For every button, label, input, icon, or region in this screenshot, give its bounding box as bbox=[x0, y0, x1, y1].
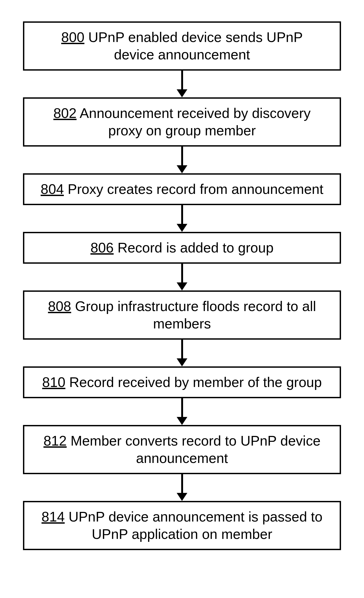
step-number: 802 bbox=[53, 105, 77, 121]
step-number: 810 bbox=[42, 374, 65, 390]
step-number: 800 bbox=[61, 29, 84, 45]
step-text: Announcement received by discovery proxy… bbox=[80, 105, 311, 138]
arrow-icon bbox=[177, 340, 187, 366]
step-number: 806 bbox=[90, 240, 114, 255]
step-text: Group infrastructure floods record to al… bbox=[75, 298, 316, 331]
flow-step-808: 808 Group infrastructure floods record t… bbox=[23, 290, 341, 340]
step-number: 804 bbox=[41, 181, 64, 197]
step-number: 814 bbox=[41, 509, 65, 524]
step-text: UPnP enabled device sends UPnP device an… bbox=[88, 29, 303, 62]
step-text: Record received by member of the group bbox=[69, 374, 322, 390]
flow-step-810: 810 Record received by member of the gro… bbox=[23, 366, 341, 398]
flow-step-804: 804 Proxy creates record from announceme… bbox=[23, 173, 341, 205]
flow-step-814: 814 UPnP device announcement is passed t… bbox=[23, 501, 341, 550]
arrow-icon bbox=[177, 205, 187, 232]
arrow-icon bbox=[177, 147, 187, 173]
flow-step-806: 806 Record is added to group bbox=[23, 232, 341, 264]
arrow-icon bbox=[177, 474, 187, 501]
step-text: UPnP device announcement is passed to UP… bbox=[69, 509, 323, 542]
step-text: Proxy creates record from announcement bbox=[68, 181, 323, 197]
step-text: Record is added to group bbox=[118, 240, 274, 255]
arrow-icon bbox=[177, 264, 187, 290]
flow-step-800: 800 UPnP enabled device sends UPnP devic… bbox=[23, 21, 341, 71]
step-text: Member converts record to UPnP device an… bbox=[71, 433, 320, 466]
arrow-icon bbox=[177, 398, 187, 425]
arrow-icon bbox=[177, 71, 187, 97]
flowchart-container: 800 UPnP enabled device sends UPnP devic… bbox=[0, 0, 364, 572]
step-number: 808 bbox=[48, 298, 71, 314]
flow-step-812: 812 Member converts record to UPnP devic… bbox=[23, 425, 341, 474]
flow-step-802: 802 Announcement received by discovery p… bbox=[23, 97, 341, 147]
step-number: 812 bbox=[44, 433, 67, 448]
